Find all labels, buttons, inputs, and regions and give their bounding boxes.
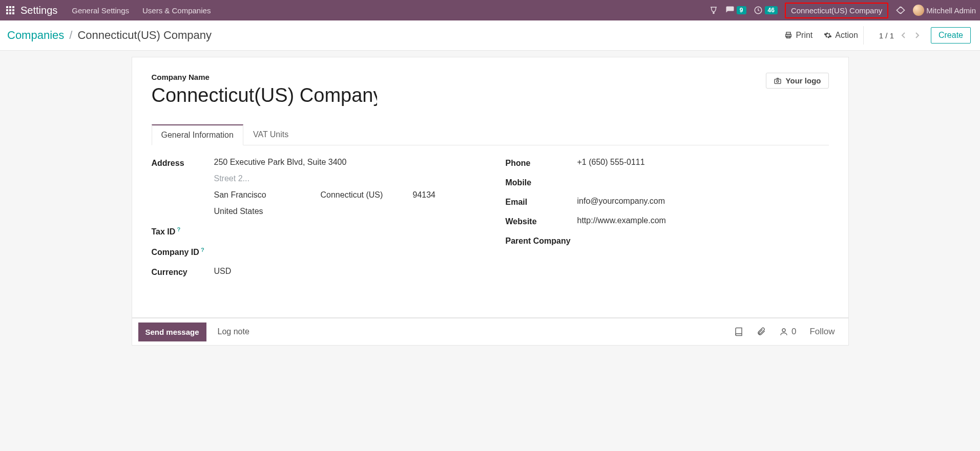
your-logo-button[interactable]: Your logo bbox=[766, 73, 829, 89]
pager-text: 1 / 1 bbox=[879, 31, 894, 40]
breadcrumb-separator: / bbox=[69, 29, 72, 42]
log-note-button[interactable]: Log note bbox=[218, 327, 249, 336]
right-column: Phone +1 (650) 555-0111 Mobile Email inf… bbox=[506, 158, 829, 286]
messaging-icon[interactable]: 9 bbox=[725, 6, 746, 15]
systray: 9 46 Connecticut(US) Company Mitchell Ad… bbox=[709, 3, 976, 18]
pager: 1 / 1 bbox=[879, 31, 920, 40]
mobile-input[interactable] bbox=[577, 177, 829, 187]
attachment-icon[interactable] bbox=[757, 327, 766, 336]
tab-general-information[interactable]: General Information bbox=[152, 124, 243, 145]
your-logo-label: Your logo bbox=[786, 76, 821, 85]
camera-icon bbox=[774, 77, 782, 85]
svg-rect-4 bbox=[9, 9, 11, 11]
apps-icon[interactable] bbox=[5, 5, 15, 15]
company-name-label: Company Name bbox=[152, 73, 766, 81]
state-input[interactable]: Connecticut (US) bbox=[321, 190, 413, 200]
followers-count: 0 bbox=[791, 327, 796, 337]
debug-icon[interactable] bbox=[895, 5, 906, 15]
street-input[interactable]: 250 Executive Park Blvd, Suite 3400 bbox=[214, 158, 475, 167]
user-menu[interactable]: Mitchell Admin bbox=[913, 5, 976, 16]
svg-rect-2 bbox=[12, 6, 14, 8]
activities-icon[interactable]: 46 bbox=[754, 6, 778, 15]
send-message-button[interactable]: Send message bbox=[138, 323, 206, 341]
nav-general-settings[interactable]: General Settings bbox=[72, 6, 129, 15]
svg-rect-8 bbox=[12, 12, 14, 14]
print-icon bbox=[784, 31, 793, 39]
svg-rect-1 bbox=[9, 6, 11, 8]
action-label: Action bbox=[835, 31, 858, 40]
company-id-input[interactable] bbox=[214, 246, 475, 257]
tab-vat-units[interactable]: VAT Units bbox=[243, 124, 298, 145]
svg-point-16 bbox=[782, 329, 785, 332]
breadcrumb: Companies / Connecticut(US) Company bbox=[7, 29, 212, 42]
book-icon[interactable] bbox=[734, 327, 743, 336]
form-sheet: Company Name Connecticut(US) Company You… bbox=[132, 57, 849, 318]
control-bar: Companies / Connecticut(US) Company Prin… bbox=[0, 20, 980, 51]
zip-input[interactable]: 94134 bbox=[413, 190, 449, 200]
user-name: Mitchell Admin bbox=[926, 6, 976, 15]
pager-prev-icon[interactable] bbox=[901, 32, 906, 39]
tabs: General Information VAT Units bbox=[152, 124, 829, 145]
company-name-value[interactable]: Connecticut(US) Company bbox=[152, 84, 377, 106]
street2-input[interactable]: Street 2... bbox=[214, 174, 475, 183]
svg-rect-0 bbox=[6, 6, 8, 8]
mobile-label: Mobile bbox=[506, 177, 577, 187]
company-id-label: Company ID bbox=[152, 246, 214, 257]
svg-rect-5 bbox=[12, 9, 14, 11]
company-switcher[interactable]: Connecticut(US) Company bbox=[785, 3, 888, 18]
breadcrumb-current: Connecticut(US) Company bbox=[77, 29, 212, 42]
print-button[interactable]: Print bbox=[784, 31, 812, 40]
website-input[interactable]: http://www.example.com bbox=[577, 216, 829, 226]
svg-point-9 bbox=[713, 12, 714, 13]
divider bbox=[863, 26, 864, 45]
tax-id-label: Tax ID bbox=[152, 225, 214, 237]
nav-users-companies[interactable]: Users & Companies bbox=[142, 6, 211, 15]
avatar bbox=[913, 5, 924, 16]
gear-icon bbox=[824, 31, 832, 39]
parent-company-label: Parent Company bbox=[506, 235, 577, 246]
followers-button[interactable]: 0 bbox=[779, 327, 796, 337]
action-button[interactable]: Action bbox=[824, 31, 858, 40]
chatter-bar: Send message Log note 0 Follow bbox=[132, 318, 849, 346]
top-navbar: Settings General Settings Users & Compan… bbox=[0, 0, 980, 20]
email-label: Email bbox=[506, 197, 577, 207]
pager-next-icon[interactable] bbox=[914, 32, 920, 39]
activities-badge: 46 bbox=[765, 6, 778, 14]
city-input[interactable]: San Francisco bbox=[214, 190, 321, 200]
svg-rect-3 bbox=[6, 9, 8, 11]
address-label: Address bbox=[152, 158, 214, 216]
country-input[interactable]: United States bbox=[214, 207, 475, 216]
parent-company-input[interactable] bbox=[577, 235, 829, 246]
voip-icon[interactable] bbox=[709, 6, 718, 15]
form-scroll-area[interactable]: Company Name Connecticut(US) Company You… bbox=[0, 51, 980, 451]
follow-button[interactable]: Follow bbox=[809, 327, 835, 337]
email-input[interactable]: info@yourcompany.com bbox=[577, 197, 829, 207]
phone-input[interactable]: +1 (650) 555-0111 bbox=[577, 158, 829, 168]
website-label: Website bbox=[506, 216, 577, 226]
breadcrumb-root[interactable]: Companies bbox=[7, 29, 64, 42]
svg-point-15 bbox=[777, 80, 779, 82]
brand-title: Settings bbox=[20, 5, 57, 16]
tax-id-input[interactable] bbox=[214, 225, 475, 237]
phone-label: Phone bbox=[506, 158, 577, 168]
svg-rect-14 bbox=[775, 79, 781, 83]
svg-rect-6 bbox=[6, 12, 8, 14]
messaging-badge: 9 bbox=[737, 6, 746, 14]
print-label: Print bbox=[796, 31, 812, 40]
left-column: Address 250 Executive Park Blvd, Suite 3… bbox=[152, 158, 475, 286]
currency-input[interactable]: USD bbox=[214, 267, 475, 277]
currency-label: Currency bbox=[152, 267, 214, 277]
user-icon bbox=[779, 327, 788, 336]
svg-rect-7 bbox=[9, 12, 11, 14]
create-button[interactable]: Create bbox=[931, 27, 971, 44]
